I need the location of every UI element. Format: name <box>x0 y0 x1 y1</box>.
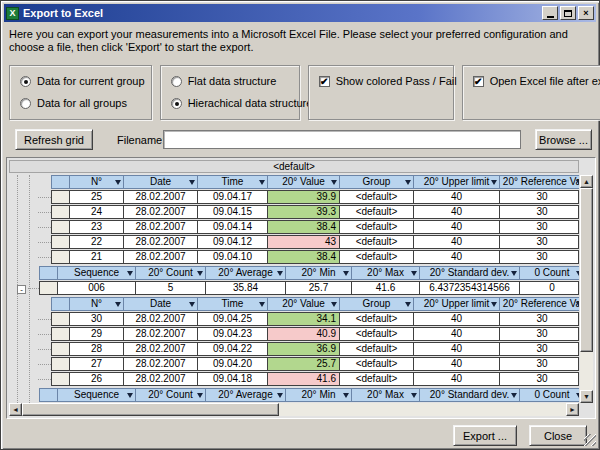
radio-data-all-groups[interactable]: Data for all groups <box>20 97 145 109</box>
grid-cell[interactable]: 40 <box>414 313 500 325</box>
column-header[interactable]: Group <box>340 298 414 310</box>
scroll-down-button[interactable]: ▼ <box>580 390 593 403</box>
grid-cell[interactable]: 40 <box>414 328 500 340</box>
value-cell[interactable]: 41.6 <box>268 373 340 385</box>
column-header[interactable]: 0 Count <box>520 389 579 401</box>
grid-cell[interactable]: 28.02.2007 <box>124 373 198 385</box>
grid-cell[interactable]: 21 <box>70 251 124 263</box>
scroll-left-button[interactable]: ◄ <box>9 403 22 416</box>
grid-cell[interactable]: <default> <box>340 236 414 248</box>
grid-cell[interactable]: 30 <box>500 343 579 355</box>
column-header[interactable]: 20° Value <box>268 176 340 188</box>
grid-cell[interactable]: 22 <box>70 236 124 248</box>
checkbox-show-colored[interactable]: ✔ Show colored Pass / Fail <box>319 75 447 87</box>
grid-cell[interactable]: 30 <box>500 328 579 340</box>
filter-icon[interactable] <box>197 393 203 398</box>
table-row[interactable]: 3028.02.200709.04.2534.1<default>4030 <box>51 312 579 326</box>
value-cell[interactable]: 40.9 <box>268 328 340 340</box>
vertical-scroll-thumb[interactable] <box>580 188 593 352</box>
grid-cell[interactable]: <default> <box>340 191 414 203</box>
row-indicator[interactable] <box>52 358 70 370</box>
collapse-expander-icon[interactable]: - <box>17 285 26 294</box>
resize-grip-icon[interactable] <box>584 434 596 446</box>
grid-cell[interactable]: 28.02.2007 <box>124 343 198 355</box>
value-cell[interactable]: 39.9 <box>268 191 340 203</box>
radio-hierarchical-structure[interactable]: Hierachical data structure <box>171 97 293 109</box>
column-header[interactable]: Sequence <box>58 267 136 279</box>
filter-icon[interactable] <box>576 393 579 398</box>
column-header[interactable]: 20° Max <box>352 267 420 279</box>
filter-icon[interactable] <box>343 271 349 276</box>
radio-selected-icon[interactable] <box>20 76 31 87</box>
grid-cell[interactable]: 40 <box>414 236 500 248</box>
filter-icon[interactable] <box>405 180 411 185</box>
value-cell[interactable]: 34.1 <box>268 313 340 325</box>
grid-cell[interactable]: 30 <box>500 191 579 203</box>
title-bar[interactable]: X Export to Excel × <box>4 4 596 22</box>
grid-cell[interactable]: 28.02.2007 <box>124 191 198 203</box>
radio-selected-icon[interactable] <box>171 98 182 109</box>
column-header[interactable]: 20° Count <box>136 267 206 279</box>
filter-icon[interactable] <box>343 393 349 398</box>
scroll-up-button[interactable]: ▲ <box>580 175 593 188</box>
grid-cell[interactable]: 30 <box>500 313 579 325</box>
grid-cell[interactable]: 26 <box>70 373 124 385</box>
grid-cell[interactable]: 27 <box>70 358 124 370</box>
column-header[interactable]: 20° Max <box>352 389 420 401</box>
filter-icon[interactable] <box>115 180 121 185</box>
filter-icon[interactable] <box>259 302 265 307</box>
export-button[interactable]: Export ... <box>453 425 517 446</box>
table-row[interactable]: 2828.02.200709.04.2236.9<default>4030 <box>51 342 579 356</box>
column-header[interactable]: 20° Min <box>286 389 352 401</box>
checkbox-open-excel[interactable]: ✔ Open Excel file after export <box>473 75 600 87</box>
grid-cell[interactable]: 30 <box>500 373 579 385</box>
column-header[interactable]: 20° Upper limit <box>414 298 500 310</box>
radio-unselected-icon[interactable] <box>171 76 182 87</box>
column-header[interactable]: 20° Count <box>136 389 206 401</box>
column-header[interactable]: Group <box>340 176 414 188</box>
grid-cell[interactable]: 30 <box>500 221 579 233</box>
grid-cell[interactable]: 09.04.25 <box>198 313 268 325</box>
grid-cell[interactable]: 28.02.2007 <box>124 221 198 233</box>
grid-cell[interactable]: 09.04.22 <box>198 343 268 355</box>
filter-icon[interactable] <box>259 180 265 185</box>
grid-cell[interactable]: 40 <box>414 343 500 355</box>
table-row[interactable]: 2528.02.200709.04.1739.9<default>4030 <box>51 190 579 204</box>
vertical-scrollbar[interactable]: ▲ ▼ <box>580 175 593 403</box>
grid-cell[interactable]: 30 <box>500 251 579 263</box>
filter-icon[interactable] <box>127 393 133 398</box>
checkbox-checked-icon[interactable]: ✔ <box>473 76 484 87</box>
filter-icon[interactable] <box>411 393 417 398</box>
grid-cell[interactable]: <default> <box>340 251 414 263</box>
filter-icon[interactable] <box>277 271 283 276</box>
table-row[interactable]: 2328.02.200709.04.1438.4<default>4030 <box>51 220 579 234</box>
value-cell[interactable]: 43 <box>268 236 340 248</box>
value-cell[interactable]: 39.3 <box>268 206 340 218</box>
row-indicator[interactable] <box>52 313 70 325</box>
column-header[interactable]: 20° Average <box>206 267 286 279</box>
grid-cell[interactable]: 09.04.23 <box>198 328 268 340</box>
grid-cell[interactable]: <default> <box>340 343 414 355</box>
grid-cell[interactable]: 40 <box>414 251 500 263</box>
filter-icon[interactable] <box>491 180 497 185</box>
value-cell[interactable]: 38.4 <box>268 251 340 263</box>
refresh-grid-button[interactable]: Refresh grid <box>15 129 93 150</box>
radio-flat-structure[interactable]: Flat data structure <box>171 75 293 87</box>
grid-cell[interactable]: 23 <box>70 221 124 233</box>
grid-cell[interactable]: 006 <box>58 282 136 294</box>
grid-cell[interactable]: 09.04.12 <box>198 236 268 248</box>
grid-cell[interactable]: 09.04.20 <box>198 358 268 370</box>
filter-icon[interactable] <box>127 271 133 276</box>
table-row[interactable]: 2728.02.200709.04.2025.7<default>4030 <box>51 357 579 371</box>
maximize-button[interactable] <box>560 6 576 20</box>
grid-cell[interactable]: 41.6 <box>352 282 420 294</box>
horizontal-scrollbar[interactable]: ◄ ► <box>9 403 579 416</box>
row-indicator[interactable] <box>52 343 70 355</box>
column-header[interactable]: Sequence <box>58 389 136 401</box>
row-indicator[interactable] <box>52 236 70 248</box>
filter-icon[interactable] <box>197 271 203 276</box>
grid-cell[interactable]: 0 <box>520 282 579 294</box>
column-header[interactable]: Time <box>198 176 268 188</box>
grid-cell[interactable]: 28.02.2007 <box>124 251 198 263</box>
row-indicator[interactable] <box>52 206 70 218</box>
